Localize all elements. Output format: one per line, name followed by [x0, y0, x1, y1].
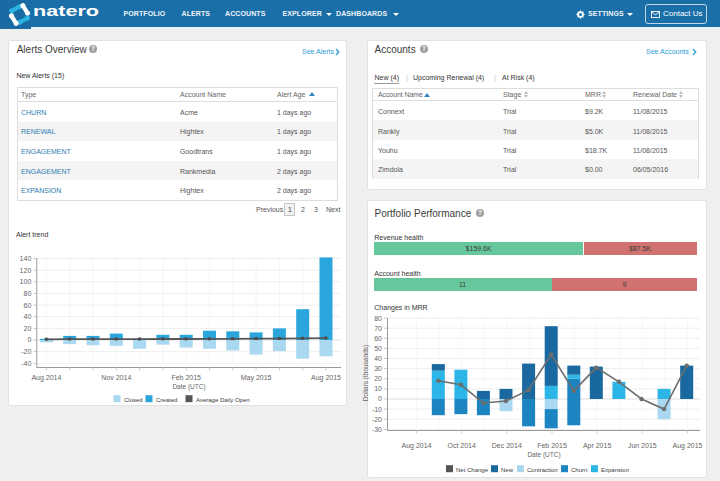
- svg-text:Average Daily Open: Average Daily Open: [196, 397, 250, 403]
- svg-text:20: 20: [374, 375, 382, 382]
- svg-text:0: 0: [378, 395, 382, 402]
- svg-text:Expansion: Expansion: [601, 467, 629, 473]
- svg-text:Aug 2015: Aug 2015: [311, 374, 341, 382]
- svg-text:-20: -20: [372, 416, 382, 423]
- svg-text:60: 60: [374, 335, 382, 342]
- svg-text:Oct 2014: Oct 2014: [447, 442, 476, 449]
- svg-text:100: 100: [20, 278, 32, 285]
- svg-text:-40: -40: [21, 360, 31, 367]
- svg-text:20: 20: [24, 325, 32, 332]
- svg-text:Nov 2014: Nov 2014: [101, 374, 131, 381]
- svg-text:Dec 2014: Dec 2014: [492, 442, 522, 449]
- svg-text:Aug 2014: Aug 2014: [31, 374, 61, 382]
- svg-text:120: 120: [20, 267, 32, 274]
- svg-text:Date (UTC): Date (UTC): [527, 451, 560, 459]
- svg-text:Jun 2015: Jun 2015: [628, 442, 657, 449]
- svg-text:70: 70: [374, 325, 382, 332]
- svg-text:-30: -30: [372, 426, 382, 433]
- svg-text:Feb 2015: Feb 2015: [171, 374, 201, 381]
- svg-text:Dollars (thousands): Dollars (thousands): [362, 345, 370, 401]
- svg-text:New: New: [501, 467, 514, 473]
- svg-text:Net Change: Net Change: [456, 467, 489, 473]
- svg-text:30: 30: [374, 365, 382, 372]
- svg-text:Created: Created: [156, 397, 177, 403]
- svg-text:May 2015: May 2015: [241, 374, 272, 382]
- svg-text:140: 140: [20, 255, 32, 262]
- svg-text:Date (UTC): Date (UTC): [172, 383, 205, 391]
- svg-text:0: 0: [27, 336, 31, 343]
- svg-text:Closed: Closed: [124, 397, 143, 403]
- svg-text:-20: -20: [21, 348, 31, 355]
- svg-text:10: 10: [374, 385, 382, 392]
- svg-text:natero: natero: [33, 2, 99, 19]
- svg-text:Apr 2015: Apr 2015: [583, 442, 612, 450]
- svg-text:60: 60: [24, 302, 32, 309]
- svg-text:-10: -10: [372, 406, 382, 413]
- svg-text:80: 80: [24, 290, 32, 297]
- svg-text:Contraction: Contraction: [527, 467, 558, 473]
- svg-text:40: 40: [24, 313, 32, 320]
- svg-text:40: 40: [374, 355, 382, 362]
- svg-text:50: 50: [374, 345, 382, 352]
- svg-text:Aug 2014: Aug 2014: [402, 442, 432, 450]
- svg-text:80: 80: [374, 315, 382, 322]
- svg-text:Feb 2015: Feb 2015: [537, 442, 567, 449]
- svg-text:Aug 2015: Aug 2015: [673, 442, 703, 450]
- svg-text:Churn: Churn: [571, 467, 587, 473]
